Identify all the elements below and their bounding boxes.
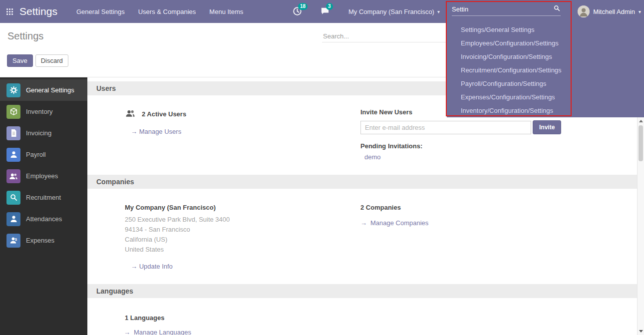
sidebar-item-label: Inventory — [26, 108, 52, 115]
search-result[interactable]: Payroll/Configuration/Settings — [447, 77, 644, 90]
manage-languages-link[interactable]: → Manage Languages — [124, 329, 191, 335]
manage-languages-label: Manage Languages — [134, 329, 191, 335]
activity-clock-icon[interactable]: 18 — [293, 6, 303, 16]
sidebar-item-label: Expenses — [26, 237, 54, 244]
apps-grid-icon[interactable] — [6, 8, 13, 15]
arrow-right-icon: → — [131, 263, 137, 270]
companies-count: 2 Companies — [360, 204, 624, 211]
search-result[interactable]: Invoicing/Configuration/Settings — [447, 50, 644, 63]
payroll-person-icon — [6, 148, 20, 162]
sidebar-item-employees[interactable]: Employees — [0, 165, 87, 187]
form-buttons: Save Discard — [7, 54, 68, 67]
sidebar-item-general-settings[interactable]: General Settings — [0, 79, 87, 101]
search-input[interactable] — [322, 30, 446, 42]
activity-badge: 18 — [298, 3, 308, 10]
inventory-box-icon — [6, 105, 20, 119]
arrow-right-icon: → — [360, 219, 367, 227]
pending-invitation-demo[interactable]: demo — [364, 153, 381, 161]
invite-button[interactable]: Invite — [533, 120, 561, 134]
search-result[interactable]: Expenses/Configuration/Settings — [447, 90, 644, 104]
settings-sidebar: General Settings Inventory Invoicing Pay… — [0, 77, 87, 335]
user-name: Mitchell Admin — [593, 8, 635, 15]
manage-companies-label: Manage Companies — [370, 219, 428, 227]
sidebar-item-expenses[interactable]: $ Expenses — [0, 230, 87, 251]
menu-item-general-settings[interactable]: General Settings — [76, 8, 125, 15]
systray: 18 3 My Company (San Francisco) ▾ — [293, 0, 440, 23]
quick-search-input[interactable] — [452, 5, 553, 13]
sidebar-item-attendances[interactable]: Attendances — [0, 208, 87, 230]
search-result[interactable]: Employees/Configuration/Settings — [447, 36, 644, 50]
users-people-icon — [125, 108, 136, 120]
manage-companies-link[interactable]: → Manage Companies — [360, 219, 428, 227]
manage-users-label: Manage Users — [139, 128, 182, 135]
search-icon — [553, 4, 561, 13]
sidebar-item-label: General Settings — [26, 86, 74, 94]
save-button[interactable]: Save — [7, 54, 33, 67]
search-result[interactable]: Recruitment/Configuration/Settings — [447, 63, 644, 77]
manage-users-link[interactable]: → Manage Users — [131, 128, 360, 135]
invite-email-input[interactable] — [360, 121, 531, 134]
company-address: 250 Executive Park Blvd, Suite 3400 9413… — [125, 215, 360, 255]
recruitment-search-icon — [6, 191, 20, 205]
vertical-scrollbar[interactable] — [637, 117, 644, 335]
quick-search-results: Settings/General Settings Employees/Conf… — [447, 23, 644, 117]
section-header-languages: Languages — [87, 284, 638, 298]
pending-invitations-label: Pending Invitations: — [360, 142, 624, 150]
update-info-label: Update Info — [139, 263, 173, 270]
scroll-up-icon[interactable] — [639, 120, 643, 122]
company-switcher-label: My Company (San Francisco) — [348, 8, 434, 15]
companies-section-body: My Company (San Francisco) 250 Executive… — [87, 189, 644, 280]
scrollbar-thumb[interactable] — [639, 125, 643, 161]
gear-icon — [6, 83, 20, 97]
menu-item-menu-items[interactable]: Menu Items — [209, 8, 243, 15]
sidebar-item-label: Payroll — [26, 151, 46, 158]
company-name: My Company (San Francisco) — [125, 204, 360, 211]
active-users-count: 2 Active Users — [142, 110, 186, 118]
address-line: United States — [125, 245, 360, 255]
sidebar-item-label: Invoicing — [26, 129, 51, 137]
navbar-menu: General Settings Users & Companies Menu … — [76, 8, 243, 15]
search-result[interactable]: Inventory/Configuration/Settings — [447, 104, 644, 117]
expenses-person-dollar-icon: $ — [6, 234, 20, 248]
attendances-person-icon — [6, 212, 20, 226]
app-title[interactable]: Settings — [19, 5, 57, 17]
user-avatar — [578, 5, 590, 17]
languages-section-body: 1 Languages → Manage Languages — [87, 298, 644, 335]
search-bar — [322, 30, 446, 42]
sidebar-item-label: Employees — [26, 172, 58, 180]
caret-down-icon: ▾ — [437, 9, 440, 14]
arrow-right-icon: → — [124, 329, 130, 335]
sidebar-item-label: Recruitment — [26, 194, 61, 201]
invoice-document-icon — [6, 126, 20, 140]
sidebar-item-label: Attendances — [26, 215, 62, 223]
page-title: Settings — [7, 30, 43, 42]
user-menu[interactable]: Mitchell Admin ▾ — [578, 0, 641, 23]
address-line: 250 Executive Park Blvd, Suite 3400 — [125, 215, 360, 225]
update-info-link[interactable]: → Update Info — [131, 263, 360, 270]
section-header-companies: Companies — [87, 175, 638, 189]
sidebar-item-inventory[interactable]: Inventory — [0, 101, 87, 122]
sidebar-item-invoicing[interactable]: Invoicing — [0, 122, 87, 144]
address-line: California (US) — [125, 235, 360, 245]
employees-people-icon — [6, 169, 20, 183]
menu-item-users-companies[interactable]: Users & Companies — [138, 8, 196, 15]
scroll-down-icon[interactable] — [639, 330, 643, 333]
messages-icon[interactable]: 3 — [321, 6, 330, 16]
company-switcher[interactable]: My Company (San Francisco) ▾ — [348, 8, 440, 15]
arrow-right-icon: → — [131, 128, 137, 135]
sidebar-item-payroll[interactable]: Payroll — [0, 144, 87, 165]
messages-badge: 3 — [326, 3, 333, 10]
sidebar-item-recruitment[interactable]: Recruitment — [0, 187, 87, 208]
address-line: 94134 - San Francisco — [125, 225, 360, 235]
caret-down-icon: ▾ — [639, 9, 641, 14]
discard-button[interactable]: Discard — [35, 54, 68, 67]
search-result[interactable]: Settings/General Settings — [447, 23, 644, 36]
svg-text:$: $ — [14, 238, 16, 242]
languages-count: 1 Languages — [125, 314, 360, 322]
